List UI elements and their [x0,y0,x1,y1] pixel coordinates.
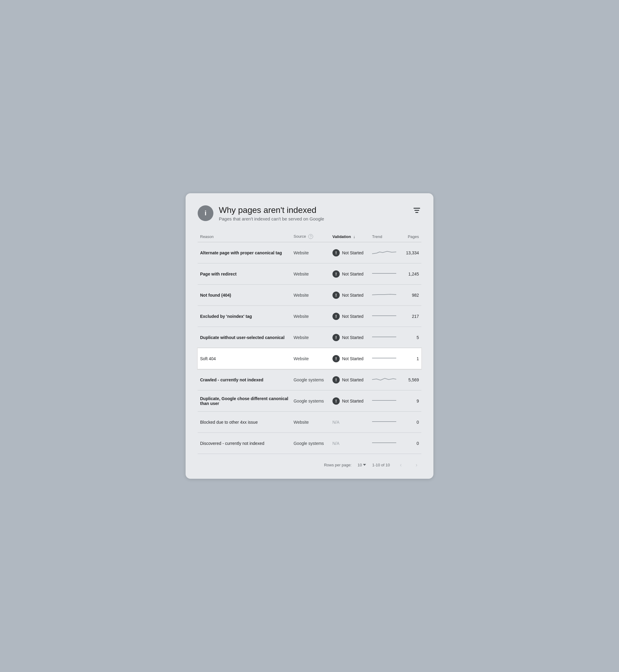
indexing-table: Reason Source ? Validation ↓ Trend Pages… [198,231,421,454]
cell-trend [370,306,402,327]
table-header-row: Reason Source ? Validation ↓ Trend Pages [198,231,421,242]
cell-reason: Excluded by 'noindex' tag [198,306,291,327]
header-text: Why pages aren't indexed Pages that aren… [219,205,324,222]
cell-source: Website [291,285,330,306]
cell-trend [370,263,402,285]
cell-pages: 13,334 [402,242,421,263]
cell-source: Website [291,306,330,327]
table-row[interactable]: Duplicate without user-selected canonica… [198,327,421,348]
exclamation-icon: ! [333,249,340,256]
rows-dropdown-arrow [363,464,366,466]
cell-trend [370,369,402,390]
cell-trend [370,285,402,306]
cell-validation: ! Not Started [330,390,370,412]
next-page-button[interactable]: › [412,460,421,470]
exclamation-icon: ! [333,398,340,405]
validation-badge: ! Not Started [333,292,364,299]
header-left: i Why pages aren't indexed Pages that ar… [198,205,324,222]
validation-status: Not Started [342,399,364,404]
pagination: Rows per page: 10 1-10 of 10 ‹ › [198,454,421,470]
table-row[interactable]: Page with redirectWebsite ! Not Started … [198,263,421,285]
exclamation-icon: ! [333,334,340,341]
cell-validation: N/A [330,412,370,433]
validation-status: Not Started [342,335,364,340]
table-row[interactable]: Not found (404)Website ! Not Started 982 [198,285,421,306]
cell-reason: Alternate page with proper canonical tag [198,242,291,263]
cell-pages: 0 [402,412,421,433]
col-validation: Validation ↓ [330,231,370,242]
validation-badge: ! Not Started [333,270,364,278]
validation-status: Not Started [342,293,364,298]
cell-validation: ! Not Started [330,348,370,369]
validation-na: N/A [333,441,339,446]
cell-reason: Blocked due to other 4xx issue [198,412,291,433]
validation-status: Not Started [342,314,364,319]
exclamation-icon: ! [333,355,340,362]
cell-pages: 217 [402,306,421,327]
cell-pages: 982 [402,285,421,306]
validation-badge: ! Not Started [333,398,364,405]
cell-validation: ! Not Started [330,369,370,390]
col-reason: Reason [198,231,291,242]
cell-trend [370,242,402,263]
cell-source: Website [291,263,330,285]
cell-reason: Discovered - currently not indexed [198,433,291,454]
page-subtitle: Pages that aren't indexed can't be serve… [219,216,324,222]
main-card: i Why pages aren't indexed Pages that ar… [186,193,433,479]
cell-pages: 9 [402,390,421,412]
cell-source: Website [291,412,330,433]
cell-reason: Duplicate, Google chose different canoni… [198,390,291,412]
table-row[interactable]: Excluded by 'noindex' tagWebsite ! Not S… [198,306,421,327]
exclamation-icon: ! [333,292,340,299]
cell-pages: 1,245 [402,263,421,285]
validation-badge: ! Not Started [333,334,364,341]
validation-badge: ! Not Started [333,376,364,383]
filter-icon[interactable] [412,206,421,214]
validation-badge: ! Not Started [333,355,364,362]
validation-status: Not Started [342,356,364,361]
cell-source: Website [291,242,330,263]
cell-validation: N/A [330,433,370,454]
cell-pages: 5 [402,327,421,348]
cell-reason: Duplicate without user-selected canonica… [198,327,291,348]
cell-validation: ! Not Started [330,263,370,285]
cell-validation: ! Not Started [330,306,370,327]
cell-reason: Page with redirect [198,263,291,285]
cell-pages: 0 [402,433,421,454]
page-info: 1-10 of 10 [372,463,390,467]
cell-validation: ! Not Started [330,327,370,348]
cell-source: Google systems [291,433,330,454]
table-row[interactable]: Crawled - currently not indexedGoogle sy… [198,369,421,390]
cell-source: Website [291,327,330,348]
rows-per-page-value: 10 [357,463,362,467]
table-row[interactable]: Discovered - currently not indexedGoogle… [198,433,421,454]
cell-reason: Not found (404) [198,285,291,306]
exclamation-icon: ! [333,313,340,320]
cell-reason: Soft 404 [198,348,291,369]
col-trend: Trend [370,231,402,242]
validation-na: N/A [333,420,339,425]
cell-validation: ! Not Started [330,242,370,263]
table-row[interactable]: Soft 404Website ! Not Started 1 [198,348,421,369]
page-title: Why pages aren't indexed [219,205,324,215]
cell-pages: 1 [402,348,421,369]
source-help-icon[interactable]: ? [308,234,313,239]
prev-page-button[interactable]: ‹ [396,460,406,470]
table-row[interactable]: Blocked due to other 4xx issueWebsiteN/A… [198,412,421,433]
cell-trend [370,390,402,412]
info-icon: i [198,205,213,221]
table-row[interactable]: Duplicate, Google chose different canoni… [198,390,421,412]
sort-arrow-icon: ↓ [353,234,355,239]
validation-status: Not Started [342,377,364,382]
col-pages: Pages [402,231,421,242]
validation-badge: ! Not Started [333,249,364,256]
cell-source: Google systems [291,390,330,412]
cell-trend [370,433,402,454]
cell-trend [370,348,402,369]
cell-source: Google systems [291,369,330,390]
table-row[interactable]: Alternate page with proper canonical tag… [198,242,421,263]
rows-per-page-select[interactable]: 10 [357,463,366,467]
cell-trend [370,327,402,348]
validation-status: Not Started [342,271,364,277]
cell-trend [370,412,402,433]
